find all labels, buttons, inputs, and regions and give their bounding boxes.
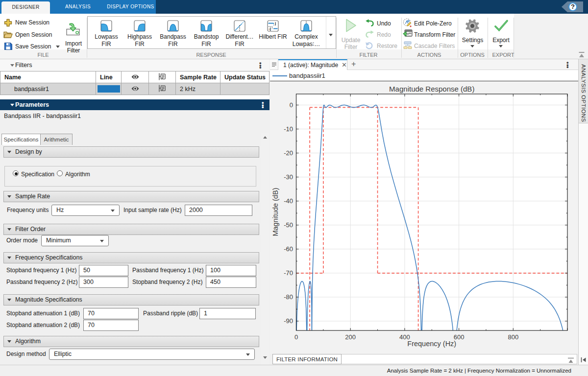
svg-text:800: 800 <box>508 333 518 341</box>
svg-text:0: 0 <box>290 101 293 109</box>
svg-text:-30: -30 <box>284 173 293 181</box>
svg-text:j: j <box>274 21 276 25</box>
svg-text:-80: -80 <box>284 293 293 301</box>
svg-text:-90: -90 <box>284 317 293 325</box>
svg-text:-10: -10 <box>284 125 293 133</box>
svg-text:-60: -60 <box>284 245 293 253</box>
svg-text:-70: -70 <box>284 269 293 277</box>
svg-text:-40: -40 <box>284 197 293 205</box>
svg-text:Frequency (Hz): Frequency (Hz) <box>407 340 456 348</box>
svg-text:-j: -j <box>269 26 271 31</box>
svg-text:-20: -20 <box>284 149 293 157</box>
svg-text:Magnitude Response (dB): Magnitude Response (dB) <box>389 85 474 93</box>
svg-text:200: 200 <box>345 333 356 341</box>
svg-text:Magnitude (dB): Magnitude (dB) <box>271 188 279 236</box>
svg-text:-50: -50 <box>284 221 293 229</box>
svg-text:0: 0 <box>294 333 298 341</box>
